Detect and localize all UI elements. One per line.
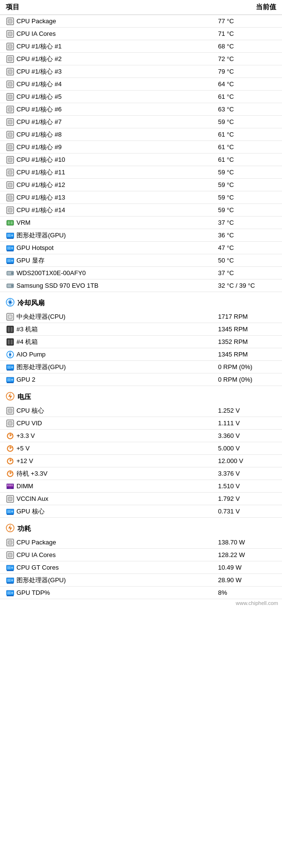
row-name-4: CPU #1/核心 #3 [6, 67, 218, 76]
row-label-2: CPU GT Cores [16, 564, 59, 571]
table-row: VCCIN Aux 1.792 V [0, 493, 282, 505]
row-name-4: 图形处理器(GPU) [6, 363, 218, 372]
voltage-section: 电压 CPU 核心 1.252 V [0, 388, 282, 518]
row-icon-6 [6, 482, 15, 491]
row-label-10: CPU #1/核心 #9 [16, 143, 62, 152]
svg-point-378 [11, 579, 13, 581]
row-label-20: WDS200T1X0E-00AFY0 [16, 269, 86, 277]
svg-rect-264 [8, 327, 10, 332]
svg-point-246 [12, 285, 13, 286]
row-label-16: VRM [16, 219, 31, 226]
svg-rect-325 [8, 497, 12, 501]
table-row: +5 V 5.000 V [0, 442, 282, 455]
table-row: CPU #1/核心 #4 64 °C [0, 78, 282, 91]
svg-rect-276 [7, 378, 11, 381]
fan-section: 冷却风扇 中央处理器(CPU) 1717 RPM [0, 294, 282, 386]
row-name-18: GPU Hotspot [6, 244, 218, 252]
row-icon-2 [6, 338, 15, 346]
row-label-3: AIO Pump [16, 351, 46, 358]
row-label-4: +12 V [16, 457, 33, 465]
svg-rect-267 [8, 340, 10, 344]
row-icon-12 [6, 168, 15, 177]
svg-rect-323 [9, 488, 11, 489]
row-name-0: CPU Package [6, 538, 218, 547]
row-label-1: CPU IA Cores [16, 551, 56, 558]
table-row: GPU 显存 50 °C [0, 254, 282, 267]
svg-rect-381 [7, 591, 11, 594]
row-value-11: 61 °C [218, 156, 276, 163]
svg-rect-1 [8, 19, 12, 23]
row-icon-0 [6, 406, 15, 415]
row-icon-5 [6, 80, 15, 89]
table-row: CPU #1/核心 #3 79 °C [0, 65, 282, 78]
table-row: GPU TDP% 8% [0, 587, 282, 599]
table-row: CPU #1/核心 #11 59 °C [0, 166, 282, 179]
row-name-4: +12 V [6, 457, 218, 465]
row-value-21: 32 °C / 39 °C [218, 282, 276, 289]
row-icon-3 [6, 55, 15, 63]
svg-rect-250 [8, 315, 12, 319]
row-icon-4 [6, 67, 15, 76]
table-row: +3.3 V 3.360 V [0, 430, 282, 442]
svg-point-270 [9, 354, 11, 356]
table-row: CPU #1/核心 #2 72 °C [0, 53, 282, 65]
table-row: 图形处理器(GPU) 0 RPM (0%) [0, 361, 282, 373]
table-row: CPU Package 138.70 W [0, 536, 282, 549]
svg-rect-359 [8, 553, 12, 557]
row-name-8: GPU 核心 [6, 507, 218, 516]
row-label-5: CPU #1/核心 #4 [16, 80, 62, 89]
section-icon [6, 392, 15, 403]
table-row: CPU #1/核心 #13 59 °C [0, 191, 282, 204]
row-value-6: 1.510 V [218, 482, 276, 490]
row-label-0: CPU Package [16, 17, 56, 25]
row-name-5: CPU #1/核心 #4 [6, 80, 218, 89]
row-icon-1 [6, 30, 15, 38]
svg-rect-29 [8, 45, 12, 48]
row-name-5: 待机 +3.3V [6, 469, 218, 478]
svg-rect-99 [8, 108, 12, 111]
svg-rect-113 [8, 120, 12, 124]
row-label-0: CPU 核心 [16, 406, 44, 415]
row-icon-3 [6, 576, 15, 585]
row-value-4: 12.000 V [218, 457, 276, 465]
row-label-0: CPU Package [16, 539, 56, 546]
row-name-0: CPU 核心 [6, 406, 218, 415]
table-row: GPU 核心 0.731 V [0, 505, 282, 518]
row-value-1: 71 °C [218, 30, 276, 37]
temperature-section: CPU Package 77 °C CPU IA [0, 15, 282, 292]
table-row: GPU Hotspot 47 °C [0, 242, 282, 254]
row-label-15: CPU #1/核心 #14 [16, 206, 65, 215]
svg-rect-319 [9, 484, 10, 486]
row-icon-0 [6, 538, 15, 547]
row-label-8: CPU #1/核心 #7 [16, 118, 62, 126]
row-icon-5 [6, 469, 15, 478]
row-name-6: DIMM [6, 482, 218, 491]
row-name-14: CPU #1/核心 #13 [6, 193, 218, 202]
row-name-3: CPU #1/核心 #2 [6, 55, 218, 63]
row-value-2: 68 °C [218, 43, 276, 50]
svg-point-374 [11, 567, 13, 569]
row-label-5: 待机 +3.3V [16, 469, 47, 478]
row-name-6: CPU #1/核心 #5 [6, 93, 218, 101]
row-icon-4 [6, 457, 15, 465]
row-icon-8 [6, 118, 15, 126]
row-name-16: VRM [6, 218, 218, 227]
row-icon-19 [6, 256, 15, 265]
row-value-2: 1352 RPM [218, 338, 276, 345]
row-name-3: +5 V [6, 444, 218, 453]
svg-rect-141 [8, 145, 12, 149]
row-icon-11 [6, 155, 15, 164]
table-row: DIMM 1.510 V [0, 480, 282, 493]
table-row: CPU IA Cores 128.22 W [0, 549, 282, 561]
power-section: 功耗 CPU Package 138.70 W [0, 520, 282, 599]
row-icon-2 [6, 42, 15, 51]
row-icon-7 [6, 495, 15, 503]
svg-rect-341 [7, 514, 14, 515]
table-row: 图形处理器(GPU) 28.90 W [0, 574, 282, 587]
table-header: 项目 当前值 [0, 0, 282, 15]
table-row: Samsung SSD 970 EVO 1TB 32 °C / 39 °C [0, 279, 282, 292]
main-table: 项目 当前值 CPU Package [0, 0, 282, 607]
row-name-21: Samsung SSD 970 EVO 1TB [6, 281, 218, 290]
row-name-12: CPU #1/核心 #11 [6, 168, 218, 177]
row-value-4: 8% [218, 589, 276, 596]
